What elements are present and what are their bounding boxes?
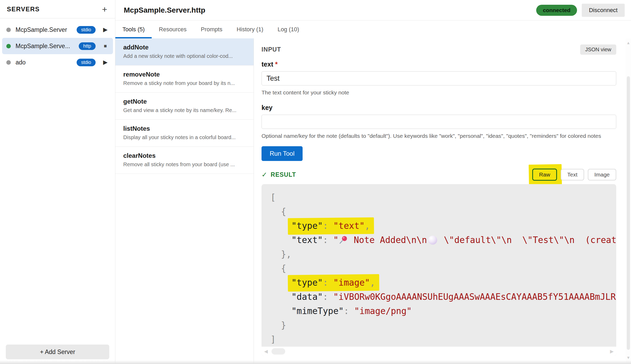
- json-line: "text": " Note Added\n\n \"default\"\n \…: [270, 233, 616, 247]
- play-icon[interactable]: ▶: [101, 26, 109, 33]
- vertical-scrollbar-thumb[interactable]: [627, 76, 630, 350]
- tool-item-listNotes[interactable]: listNotesDisplay all your sticky notes i…: [115, 120, 254, 147]
- field-key-label: key: [262, 104, 616, 112]
- json-line: }: [270, 318, 616, 332]
- json-segment: }: [281, 320, 286, 330]
- tab-tools-5[interactable]: Tools (5): [115, 21, 152, 38]
- json-segment: [: [270, 192, 276, 203]
- required-asterisk: *: [275, 60, 278, 68]
- window-vertical-scrollbar[interactable]: ▲ ▼: [626, 38, 631, 364]
- horizontal-scrollbar-thumb[interactable]: [272, 348, 285, 355]
- highlighted-json-segment: "type": "image",: [291, 277, 375, 288]
- pushpin-emoji: [338, 235, 348, 244]
- header: McpSample.Server.http connected Disconne…: [115, 0, 631, 21]
- server-name: ado: [16, 59, 77, 66]
- add-server-plus-icon[interactable]: +: [101, 5, 108, 14]
- input-section-header: INPUT JSON view: [262, 43, 616, 56]
- text-input[interactable]: [262, 71, 616, 85]
- view-text-button[interactable]: Text: [561, 169, 584, 180]
- play-icon[interactable]: ▶: [101, 59, 109, 66]
- server-item-ado[interactable]: adostdio▶: [2, 54, 113, 70]
- tool-name: addNote: [123, 44, 246, 51]
- tab-prompts[interactable]: Prompts: [194, 21, 230, 38]
- tool-item-addNote[interactable]: addNoteAdd a new sticky note with option…: [115, 38, 254, 65]
- view-raw-button[interactable]: Raw: [532, 169, 557, 181]
- sidebar: SERVERS + McpSample.Serverstdio▶McpSampl…: [0, 0, 115, 364]
- horizontal-scrollbar[interactable]: ◀ ▶: [262, 347, 616, 356]
- transport-badge: stdio: [77, 59, 96, 66]
- json-view-button[interactable]: JSON view: [580, 44, 616, 55]
- tool-item-getNote[interactable]: getNoteGet and view a sticky note by its…: [115, 93, 254, 120]
- json-segment: "text": " Note Added\n\n \"default\"\n \…: [291, 235, 616, 245]
- stop-icon[interactable]: ■: [101, 43, 109, 49]
- tool-name: getNote: [123, 98, 246, 105]
- scroll-right-icon[interactable]: ▶: [610, 349, 614, 354]
- json-line: {: [270, 205, 616, 219]
- sidebar-title: SERVERS: [7, 6, 40, 13]
- json-line: [: [270, 190, 616, 205]
- view-toggle-text: Text: [561, 169, 584, 180]
- tool-description: Get and view a sticky note by its name/k…: [123, 107, 246, 113]
- tool-list: addNoteAdd a new sticky note with option…: [115, 38, 254, 364]
- field-key: key Optional name/key for the note (defa…: [262, 104, 616, 140]
- field-key-label-text: key: [262, 104, 273, 111]
- server-item-mcpsample-serve[interactable]: McpSample.Serve...http■: [2, 38, 113, 54]
- key-input[interactable]: [262, 115, 616, 129]
- result-output-box: [ { "type": "text", "text": " Note Added…: [262, 184, 616, 356]
- app-root: SERVERS + McpSample.Serverstdio▶McpSampl…: [0, 0, 631, 364]
- json-segment: ]: [270, 334, 276, 345]
- json-line: "data": "iVBORw0KGgoAAAANSUhEUgAAASwAAAE…: [270, 290, 616, 304]
- json-line: "type": "text",: [270, 219, 616, 233]
- json-segment: {: [281, 263, 286, 274]
- run-tool-button[interactable]: Run Tool: [262, 146, 303, 161]
- result-json-code: [ { "type": "text", "text": " Note Added…: [262, 184, 616, 347]
- field-key-help: Optional name/key for the note (defaults…: [262, 132, 616, 140]
- check-icon: ✓: [262, 171, 268, 179]
- tool-name: listNotes: [123, 125, 246, 132]
- json-segment: "mimeType": "image/png": [291, 306, 412, 316]
- view-image-button[interactable]: Image: [588, 169, 616, 180]
- result-section-header: ✓ RESULT RawTextImage: [262, 168, 616, 182]
- tool-name: removeNote: [123, 71, 246, 78]
- server-list: McpSample.Serverstdio▶McpSample.Serve...…: [0, 18, 115, 70]
- tool-description: Add a new sticky note with optional colo…: [123, 53, 246, 59]
- view-toggle-image: Image: [588, 169, 616, 180]
- tab-history-1[interactable]: History (1): [229, 21, 270, 38]
- json-segment: "data": "iVBORw0KGgoAAAANSUhEUgAAASwAAAE…: [291, 292, 616, 302]
- header-actions: connected Disconnect: [536, 4, 625, 17]
- tool-item-clearNotes[interactable]: clearNotesRemove all sticky notes from y…: [115, 147, 254, 174]
- tool-description: Remove a sticky note from your board by …: [123, 80, 246, 86]
- tab-log-10[interactable]: Log (10): [270, 21, 306, 38]
- transport-badge: http: [79, 42, 96, 50]
- json-segment: {: [281, 206, 286, 217]
- disconnect-button[interactable]: Disconnect: [582, 4, 625, 17]
- json-line: "type": "image",: [270, 276, 616, 290]
- status-dot-connected: [6, 44, 11, 48]
- server-item-mcpsample-server[interactable]: McpSample.Serverstdio▶: [2, 22, 113, 38]
- tool-description: Display all your sticky notes in a color…: [123, 134, 246, 140]
- field-text-help: The text content for your sticky note: [262, 88, 616, 97]
- connection-status-badge: connected: [536, 5, 577, 16]
- result-section-label: ✓ RESULT: [262, 171, 296, 179]
- field-text: text* The text content for your sticky n…: [262, 60, 616, 97]
- view-toggle-raw: Raw: [532, 169, 557, 181]
- scroll-down-icon[interactable]: ▼: [626, 355, 631, 360]
- highlighted-json-segment: "type": "text",: [291, 221, 370, 231]
- tab-bar: Tools (5)ResourcesPromptsHistory (1)Log …: [115, 21, 631, 38]
- server-name: McpSample.Server: [16, 26, 77, 33]
- tool-name: clearNotes: [123, 152, 246, 159]
- scroll-left-icon[interactable]: ◀: [264, 349, 268, 354]
- tool-detail-panel: INPUT JSON view text* The text content f…: [254, 38, 631, 364]
- tab-resources[interactable]: Resources: [152, 21, 194, 38]
- tool-item-removeNote[interactable]: removeNoteRemove a sticky note from your…: [115, 65, 254, 93]
- sidebar-header: SERVERS +: [0, 0, 115, 18]
- status-dot-idle: [6, 28, 11, 32]
- server-name: McpSample.Serve...: [16, 43, 79, 50]
- status-dot-idle: [6, 60, 11, 65]
- field-text-label: text*: [262, 60, 616, 68]
- field-text-label-text: text: [262, 60, 273, 68]
- add-server-button[interactable]: + Add Server: [6, 345, 109, 359]
- scroll-up-icon[interactable]: ▲: [626, 41, 631, 45]
- json-line: {: [270, 261, 616, 276]
- tool-description: Remove all sticky notes from your board …: [123, 161, 246, 168]
